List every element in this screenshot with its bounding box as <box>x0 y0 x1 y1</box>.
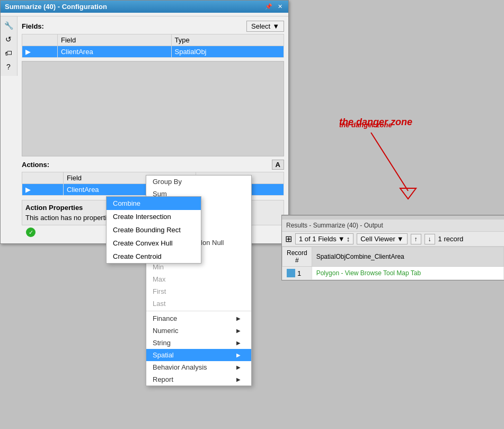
actions-section-header: Actions: A <box>22 160 284 170</box>
submenu-arrow-icon: ▶ <box>236 328 241 334</box>
menu-label: Behavior Analysis <box>153 363 207 371</box>
svg-line-1 <box>371 133 408 191</box>
menu-label: String <box>153 339 171 347</box>
menu-item-string[interactable]: String ▶ <box>146 337 251 349</box>
col-value-header: SpatialObjCombine_ClientArea <box>312 247 503 267</box>
pin-button[interactable]: 📌 <box>263 3 274 10</box>
field-cell: ClientArea <box>57 46 171 58</box>
tag-icon[interactable]: 🏷 <box>3 47 14 59</box>
menu-item-finance[interactable]: Finance ▶ <box>146 312 251 325</box>
toolbar <box>1 13 288 16</box>
record-number: 1 <box>297 269 301 277</box>
help-icon[interactable]: ? <box>3 61 14 73</box>
left-sidebar-icons: 🔧 ↺ 🏷 ? <box>1 16 17 76</box>
ok-icon[interactable]: ✓ <box>26 227 36 237</box>
menu-separator <box>146 311 251 311</box>
submenu-item-create-bounding-rect[interactable]: Create Bounding Rect <box>107 223 201 237</box>
spatial-submenu: Combine Create Intersection Create Bound… <box>106 196 201 264</box>
title-bar-controls: 📌 ✕ <box>263 3 284 10</box>
menu-item-max[interactable]: Max <box>146 273 251 285</box>
submenu-item-create-convex-hull[interactable]: Create Convex Hull <box>107 237 201 250</box>
submenu-label: Combine <box>113 199 140 207</box>
results-toolbar: ⊞ 1 of 1 Fields ▼ ↕ Cell Viewer ▼ ↑ ↓ 1 … <box>282 232 504 247</box>
submenu-label: Create Convex Hull <box>113 239 173 247</box>
dropdown-arrow-icon: ▼ <box>272 22 279 30</box>
col-field-header: Field <box>57 34 171 46</box>
menu-label: First <box>153 287 166 295</box>
results-panel: Results - Summarize (40) - Output ⊞ 1 of… <box>281 215 504 281</box>
submenu-arrow-icon: ▶ <box>236 352 241 358</box>
submenu-label: Create Bounding Rect <box>113 226 181 234</box>
table-row[interactable]: 1 Polygon - View Browse Tool Map Tab <box>282 267 504 280</box>
menu-label: Report <box>153 375 173 383</box>
fields-count-button[interactable]: 1 of 1 Fields ▼ ↕ <box>295 233 353 244</box>
col-arrow-header <box>22 172 64 184</box>
menu-item-spatial[interactable]: Spatial ▶ <box>146 349 251 361</box>
menu-label: Last <box>153 300 166 308</box>
dropdown-arrow-icon: ▼ <box>397 235 404 243</box>
table-row[interactable]: ▶ ClientArea SpatialObj <box>22 46 284 58</box>
fields-count-label: 1 of 1 Fields <box>299 235 337 243</box>
grid-icon: ⊞ <box>285 234 292 244</box>
value-cell: Polygon - View Browse Tool Map Tab <box>312 267 503 280</box>
menu-item-group-by[interactable]: Group By <box>146 176 251 188</box>
submenu-label: Create Centroid <box>113 252 162 260</box>
horizontal-scrollbar[interactable] <box>282 215 504 220</box>
menu-item-report[interactable]: Report ▶ <box>146 373 251 386</box>
fields-label: Fields: <box>22 22 44 30</box>
row-icon <box>287 269 295 277</box>
submenu-arrow-icon: ▶ <box>236 377 241 382</box>
actions-label: Actions: <box>22 161 49 169</box>
menu-item-last[interactable]: Last <box>146 297 251 310</box>
menu-label: Numeric <box>153 327 178 335</box>
menu-item-behavior-analysis[interactable]: Behavior Analysis ▶ <box>146 361 251 373</box>
row-indicator: ▶ <box>22 184 64 196</box>
wrench-icon[interactable]: 🔧 <box>3 20 14 31</box>
fields-empty-area <box>22 61 284 156</box>
select-button[interactable]: Select ▼ <box>246 21 284 32</box>
a-button[interactable]: A <box>272 160 284 170</box>
submenu-item-create-centroid[interactable]: Create Centroid <box>107 250 201 263</box>
rotate-icon[interactable]: ↺ <box>3 33 14 45</box>
menu-label: Spatial <box>153 351 174 359</box>
results-table: Record # SpatialObjCombine_ClientArea 1 … <box>282 247 504 280</box>
menu-item-first[interactable]: First <box>146 285 251 297</box>
row-indicator: ▶ <box>22 46 58 58</box>
window-title: Summarize (40) - Configuration <box>5 3 107 11</box>
submenu-arrow-icon: ▶ <box>236 316 241 321</box>
col-record-header: Record # <box>282 247 312 267</box>
cell-viewer-button[interactable]: Cell Viewer ▼ <box>357 233 407 244</box>
menu-label: Finance <box>153 314 177 322</box>
submenu-label: Create Intersection <box>113 213 171 221</box>
fields-section-header: Fields: Select ▼ <box>22 21 284 32</box>
sort-asc-button[interactable]: ↑ <box>411 234 421 244</box>
menu-item-numeric[interactable]: Numeric ▶ <box>146 325 251 337</box>
record-count-label: 1 record <box>438 235 464 243</box>
dropdown-arrow-icon: ▼ <box>338 235 345 243</box>
annotation-text: the danger zone <box>339 117 412 128</box>
title-bar: Summarize (40) - Configuration 📌 ✕ <box>1 1 288 13</box>
svg-marker-2 <box>400 188 416 199</box>
fields-table: Field Type ▶ ClientArea SpatialObj <box>22 34 284 58</box>
sort-icon: ↕ <box>347 235 350 243</box>
menu-label: Min <box>153 263 164 271</box>
submenu-arrow-icon: ▶ <box>236 340 241 346</box>
type-cell: SpatialObj <box>171 46 284 58</box>
col-type-header: Type <box>171 34 284 46</box>
menu-label: Max <box>153 275 166 283</box>
submenu-item-combine[interactable]: Combine <box>107 197 201 210</box>
cell-viewer-label: Cell Viewer <box>360 235 395 243</box>
col-arrow-header <box>22 34 58 46</box>
close-button[interactable]: ✕ <box>276 3 284 10</box>
submenu-arrow-icon: ▶ <box>236 364 241 370</box>
submenu-item-create-intersection[interactable]: Create Intersection <box>107 210 201 223</box>
menu-label: Group By <box>153 178 182 186</box>
results-header: Results - Summarize (40) - Output <box>282 220 504 232</box>
record-num-cell: 1 <box>282 267 312 280</box>
sort-desc-button[interactable]: ↓ <box>425 234 435 244</box>
